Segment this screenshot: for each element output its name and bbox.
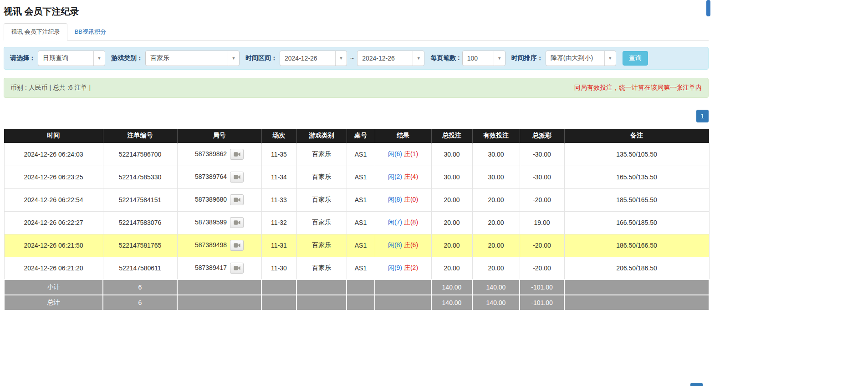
cell-total-bet[interactable]: 20.00 (431, 234, 472, 257)
result-player: 闲(2) (388, 173, 402, 180)
page-size-select[interactable]: 100 ▼ (462, 51, 505, 66)
cell-time: 2024-12-26 06:24:03 (4, 143, 103, 166)
page-1-button[interactable]: 1 (696, 110, 709, 122)
footer-empty-cell (177, 295, 261, 310)
game-type-label: 游戏类别： (111, 54, 143, 62)
currency-total-text: 币别 : 人民币 | 总共 :6 注单 | (10, 84, 91, 92)
video-replay-icon (234, 220, 240, 225)
cell-total-bet[interactable]: 30.00 (431, 166, 472, 188)
cell-valid-bet: 30.00 (472, 166, 520, 188)
video-replay-icon (234, 152, 240, 157)
cell-table-no: AS1 (347, 188, 375, 211)
query-type-select[interactable]: 日期查询 ▼ (38, 51, 105, 66)
footer-payout: -101.00 (520, 279, 564, 295)
footer-empty-cell (564, 295, 709, 310)
chevron-down-icon: ▼ (604, 51, 616, 66)
cell-game-type: 百家乐 (296, 234, 347, 257)
sort-order-select[interactable]: 降幂(由大到小) ▼ (546, 51, 616, 66)
result-player: 闲(6) (388, 150, 402, 157)
cell-payout: -30.00 (520, 166, 564, 188)
table-head: 时间注单编号局号场次游戏类别桌号结果总投注有效投注总派彩备注 (4, 129, 709, 143)
query-type-label: 请选择： (10, 54, 36, 62)
cell-game-type: 百家乐 (296, 166, 347, 188)
column-header-1: 注单编号 (103, 129, 177, 143)
chevron-down-icon: ▼ (413, 51, 424, 66)
replay-button[interactable] (230, 149, 244, 160)
scrollbar-thumb[interactable] (706, 0, 710, 16)
tab-bb-video-points[interactable]: BB视讯积分 (67, 23, 113, 41)
result-banker: 庄(0) (404, 196, 418, 203)
cell-game-type: 百家乐 (296, 188, 347, 211)
cell-table-no: AS1 (347, 166, 375, 188)
cell-result: 闲(7) 庄(8) (375, 211, 431, 234)
cell-result: 闲(2) 庄(4) (375, 166, 431, 188)
round-number: 587389862 (195, 150, 227, 157)
cell-remark: 135.50/105.50 (564, 143, 709, 166)
sort-order-value: 降幂(由大到小) (546, 54, 604, 62)
cell-round: 587389417 (177, 257, 261, 279)
chevron-down-icon: ▼ (494, 51, 505, 66)
table-footer: 小计6140.00140.00-101.00总计6140.00140.00-10… (4, 279, 709, 310)
cell-session: 11-31 (261, 234, 296, 257)
cell-time: 2024-12-26 06:22:54 (4, 188, 103, 211)
result-banker: 庄(6) (404, 241, 418, 249)
video-replay-icon (234, 174, 240, 180)
chevron-down-icon: ▼ (93, 51, 105, 66)
cell-session: 11-34 (261, 166, 296, 188)
cell-game-type: 百家乐 (296, 211, 347, 234)
replay-button[interactable] (230, 263, 244, 274)
round-number: 587389417 (195, 264, 227, 271)
column-header-7: 总投注 (431, 129, 472, 143)
footer-count: 6 (103, 279, 177, 295)
replay-button[interactable] (230, 172, 244, 183)
summary-row: 小计6140.00140.00-101.00 (4, 279, 709, 295)
cell-total-bet[interactable]: 20.00 (431, 211, 472, 234)
game-type-value: 百家乐 (146, 54, 228, 62)
footer-empty-cell (375, 295, 431, 310)
game-type-select[interactable]: 百家乐 ▼ (145, 51, 240, 66)
replay-button[interactable] (230, 194, 244, 205)
cell-bet-id: 522147584151 (103, 188, 177, 211)
page-size-label: 每页笔数 : (430, 54, 460, 62)
replay-button[interactable] (230, 240, 244, 251)
round-number: 587389498 (195, 241, 227, 249)
table-row: 2024-12-26 06:22:54522147584151587389680… (4, 188, 709, 211)
time-range-label: 时间区间： (245, 54, 277, 62)
cell-total-bet[interactable]: 20.00 (431, 257, 472, 279)
result-player: 闲(7) (388, 218, 402, 226)
cell-bet-id: 522147581765 (103, 234, 177, 257)
footer-count: 6 (103, 295, 177, 310)
cell-time: 2024-12-26 06:22:27 (4, 211, 103, 234)
date-to-select[interactable]: 2024-12-26 ▼ (357, 51, 424, 66)
footer-empty-cell (347, 279, 375, 295)
replay-button[interactable] (230, 217, 244, 228)
footer-valid-bet: 140.00 (472, 295, 520, 310)
cell-time: 2024-12-26 06:21:50 (4, 234, 103, 257)
footer-empty-cell (375, 279, 431, 295)
page-1-button-bottom[interactable]: 1 (690, 383, 703, 386)
main-content: 视讯 会员下注纪录 视讯 会员下注纪录 BB视讯积分 请选择： 日期查询 ▼ 游… (0, 5, 709, 311)
table-row: 2024-12-26 06:21:50522147581765587389498… (4, 234, 709, 257)
tab-betting-records[interactable]: 视讯 会员下注纪录 (4, 23, 67, 41)
cell-session: 11-35 (261, 143, 296, 166)
date-from-select[interactable]: 2024-12-26 ▼ (280, 51, 347, 66)
cell-total-bet[interactable]: 20.00 (431, 188, 472, 211)
cell-valid-bet: 20.00 (472, 188, 520, 211)
column-header-6: 结果 (375, 129, 431, 143)
cell-game-type: 百家乐 (296, 257, 347, 279)
search-button[interactable]: 查询 (623, 51, 648, 66)
cell-time: 2024-12-26 06:21:20 (4, 257, 103, 279)
cell-remark: 186.50/166.50 (564, 234, 709, 257)
footer-valid-bet: 140.00 (472, 279, 520, 295)
round-number: 587389680 (195, 196, 227, 203)
column-header-9: 总派彩 (520, 129, 564, 143)
result-banker: 庄(2) (404, 264, 418, 271)
cell-valid-bet: 20.00 (472, 234, 520, 257)
cell-session: 11-30 (261, 257, 296, 279)
footer-empty-cell (261, 295, 296, 310)
cell-result: 闲(8) 庄(0) (375, 188, 431, 211)
video-replay-icon (234, 243, 240, 248)
betting-records-table: 时间注单编号局号场次游戏类别桌号结果总投注有效投注总派彩备注 2024-12-2… (4, 129, 710, 311)
tab-bar: 视讯 会员下注纪录 BB视讯积分 (4, 23, 709, 41)
cell-total-bet[interactable]: 30.00 (431, 143, 472, 166)
